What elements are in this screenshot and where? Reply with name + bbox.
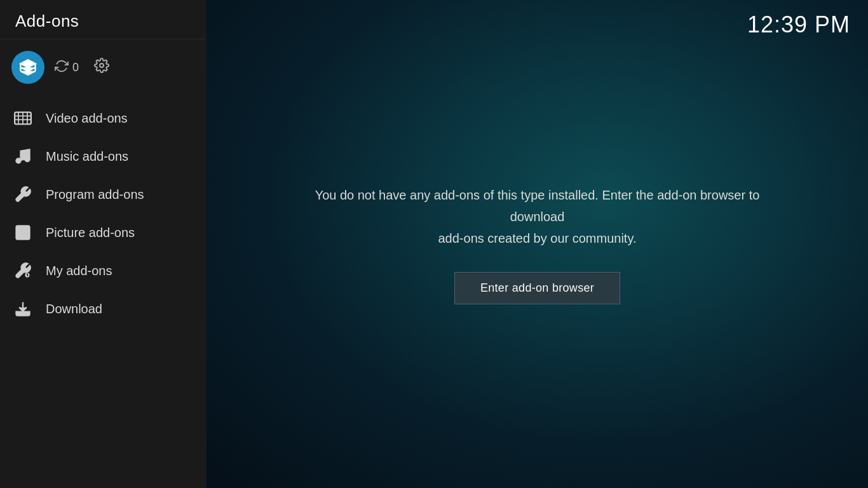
sidebar-item-label: My add-ons	[46, 264, 112, 278]
sidebar-item-label: Download	[46, 302, 102, 316]
sidebar-item-label: Program add-ons	[46, 187, 144, 202]
sidebar-item-video-addons[interactable]: Video add-ons	[0, 99, 207, 137]
svg-point-8	[25, 157, 30, 161]
sidebar-item-label: Video add-ons	[46, 111, 128, 126]
sidebar-item-my-addons[interactable]: My add-ons	[0, 252, 207, 290]
program-icon	[13, 184, 33, 205]
svg-point-0	[100, 64, 104, 67]
time-display: 12:39 PM	[747, 11, 850, 38]
page-title: Add-ons	[15, 11, 79, 30]
box-icon	[19, 58, 37, 76]
sidebar-item-picture-addons[interactable]: Picture add-ons	[0, 214, 207, 252]
gear-icon	[94, 58, 109, 73]
sidebar-item-program-addons[interactable]: Program add-ons	[0, 175, 207, 214]
sidebar-item-label: Music add-ons	[46, 149, 128, 164]
download-icon	[13, 299, 33, 319]
sidebar-item-label: Picture add-ons	[46, 226, 135, 240]
nav-list: Video add-ons Music add-ons Program add-…	[0, 94, 207, 488]
main-content: 12:39 PM You do not have any add-ons of …	[207, 0, 868, 488]
refresh-button[interactable]: 0	[55, 59, 79, 76]
svg-point-7	[17, 159, 21, 163]
content-center: You do not have any add-ons of this type…	[207, 0, 868, 488]
sidebar-item-download[interactable]: Download	[0, 290, 207, 328]
svg-point-10	[19, 229, 22, 231]
empty-message: You do not have any add-ons of this type…	[315, 184, 760, 249]
picture-icon	[13, 222, 33, 243]
enter-addon-browser-button[interactable]: Enter add-on browser	[454, 272, 620, 304]
video-icon	[13, 108, 33, 128]
sidebar-header: Add-ons	[0, 0, 207, 39]
sidebar: Add-ons 0	[0, 0, 207, 488]
music-icon	[13, 146, 33, 166]
addon-icon-button[interactable]	[11, 51, 44, 84]
refresh-count: 0	[72, 61, 79, 74]
sidebar-item-music-addons[interactable]: Music add-ons	[0, 137, 207, 175]
settings-button[interactable]	[94, 58, 109, 77]
my-addons-icon	[13, 261, 33, 281]
sidebar-icons-row: 0	[0, 39, 207, 94]
refresh-icon	[55, 59, 69, 76]
